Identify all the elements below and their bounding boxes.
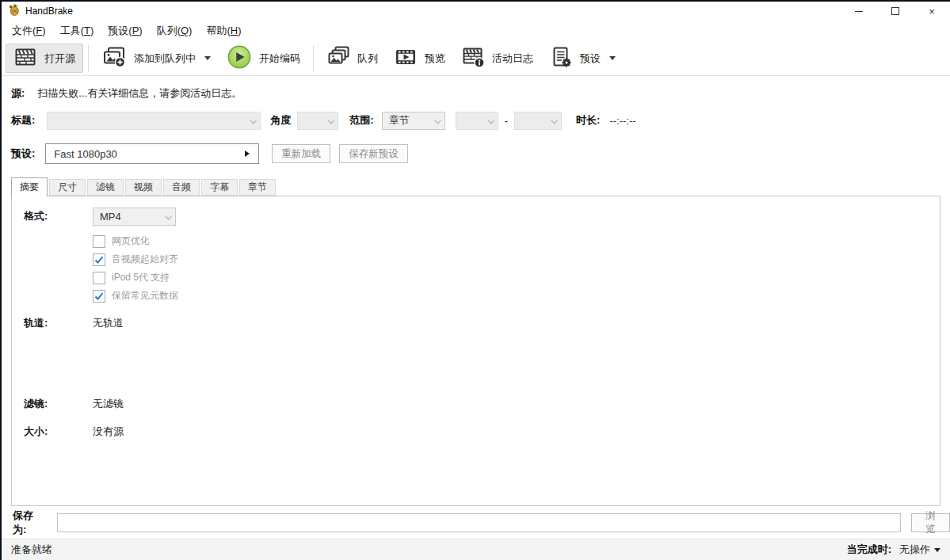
maximize-button[interactable] — [877, 2, 914, 21]
tab-dimensions[interactable]: 尺寸 — [49, 179, 86, 196]
preset-document-gear-icon — [549, 45, 573, 71]
app-logo-icon — [8, 3, 21, 19]
status-text: 准备就绪 — [11, 543, 52, 557]
menu-file[interactable]: 文件(F) — [5, 21, 53, 41]
browse-button[interactable]: 浏览 — [911, 513, 950, 532]
menubar: 文件(F) 工具(T) 预设(P) 队列(Q) 帮助(H) — [2, 21, 950, 41]
range-label: 范围: — [349, 113, 373, 128]
tab-subtitles[interactable]: 字幕 — [201, 179, 238, 196]
menu-presets[interactable]: 预设(P) — [101, 21, 149, 41]
preset-value: Fast 1080p30 — [54, 148, 117, 160]
open-source-button[interactable]: 打开源 — [6, 44, 83, 73]
ipod-support-checkbox-row: iPod 5代 支持 — [93, 269, 940, 287]
minimize-icon — [855, 11, 863, 12]
tab-bar: 摘要 尺寸 滤镜 视频 音频 字幕 章节 — [11, 177, 950, 196]
activity-log-icon — [461, 45, 485, 71]
preview-button[interactable]: 预览 — [386, 44, 453, 73]
tracks-row: 轨道: 无轨道 — [12, 315, 940, 331]
preview-icon — [394, 45, 418, 71]
chevron-right-icon — [245, 150, 250, 157]
summary-panel: 格式: MP4 网页优化 音视频起始对齐 iPod 5代 支持 — [11, 196, 940, 506]
menu-tools[interactable]: 工具(T) — [53, 21, 101, 41]
menu-help[interactable]: 帮助(H) — [199, 21, 248, 41]
range-dash: - — [505, 115, 508, 127]
tab-summary[interactable]: 摘要 — [11, 177, 48, 196]
metadata-checkbox-row: 保留常见元数据 — [93, 287, 940, 305]
chevron-down-icon — [204, 56, 211, 60]
range-type-dropdown[interactable]: 章节 — [382, 112, 445, 130]
web-optimized-checkbox[interactable] — [93, 235, 105, 248]
play-icon — [227, 44, 252, 72]
filters-value: 无滤镜 — [93, 397, 124, 411]
queue-button[interactable]: 队列 — [319, 44, 386, 73]
angle-label: 角度 — [270, 113, 291, 128]
presets-label: 预设 — [580, 51, 601, 66]
size-label: 大小: — [24, 425, 93, 439]
chevron-down-icon — [609, 56, 616, 60]
when-done-dropdown[interactable]: 无操作 — [899, 543, 940, 557]
save-as-label: 保存为: — [13, 509, 47, 537]
source-status-message: 扫描失败...有关详细信息，请参阅活动日志。 — [37, 86, 242, 101]
preset-dropdown[interactable]: Fast 1080p30 — [45, 143, 259, 164]
tab-audio[interactable]: 音频 — [163, 179, 200, 196]
preset-row: 预设: Fast 1080p30 重新加载 保存新预设 — [11, 143, 950, 164]
title-dropdown[interactable] — [47, 112, 261, 130]
add-to-queue-label: 添加到队列中 — [134, 51, 196, 66]
queue-label: 队列 — [357, 51, 378, 66]
when-done-label: 当完成时: — [847, 543, 891, 557]
tab-filters[interactable]: 滤镜 — [87, 179, 124, 196]
metadata-checkbox[interactable] — [93, 290, 105, 303]
chevron-down-icon — [934, 548, 940, 552]
handbrake-window: HandBrake × 文件(F) 工具(T) 预设(P) 队列(Q) 帮助(H… — [0, 0, 950, 560]
activity-log-button[interactable]: 活动日志 — [453, 44, 541, 73]
ipod-support-checkbox[interactable] — [93, 272, 105, 284]
start-encode-label: 开始编码 — [259, 51, 300, 66]
save-as-row: 保存为: 浏览 — [13, 512, 950, 533]
start-encode-button[interactable]: 开始编码 — [219, 44, 308, 73]
add-to-queue-button[interactable]: 添加到队列中 — [93, 44, 219, 73]
minimize-button[interactable] — [841, 2, 877, 21]
close-button[interactable]: × — [914, 2, 950, 21]
size-value: 没有源 — [93, 425, 124, 439]
range-start-dropdown[interactable] — [456, 112, 498, 130]
chevron-down-icon — [551, 117, 557, 124]
open-source-label: 打开源 — [44, 51, 75, 66]
source-row: 源: 扫描失败...有关详细信息，请参阅活动日志。 — [11, 86, 950, 101]
av-align-checkbox-row: 音视频起始对齐 — [93, 250, 940, 269]
clapperboard-icon — [13, 45, 37, 71]
source-label: 源: — [11, 86, 25, 101]
chevron-down-icon — [434, 117, 441, 124]
toolbar-separator — [313, 45, 314, 72]
activity-log-label: 活动日志 — [492, 51, 533, 66]
presets-button[interactable]: 预设 — [541, 44, 624, 73]
save-new-preset-button[interactable]: 保存新预设 — [339, 144, 408, 163]
menu-queue[interactable]: 队列(Q) — [150, 21, 200, 41]
tab-video[interactable]: 视频 — [125, 179, 162, 196]
chevron-down-icon — [165, 213, 171, 219]
filters-row: 滤镜: 无滤镜 — [12, 396, 940, 412]
toolbar-separator — [88, 45, 89, 72]
chevron-down-icon — [487, 117, 494, 124]
when-done-value: 无操作 — [899, 543, 930, 557]
title-label: 标题: — [11, 113, 35, 128]
window-title: HandBrake — [25, 6, 73, 17]
queue-icon — [326, 45, 350, 71]
range-end-dropdown[interactable] — [514, 112, 562, 130]
av-align-checkbox[interactable] — [93, 253, 105, 266]
format-dropdown[interactable]: MP4 — [93, 208, 176, 226]
checkbox-label: 音视频起始对齐 — [112, 253, 178, 266]
close-icon: × — [929, 6, 935, 17]
duration-label: 时长: — [576, 113, 600, 128]
save-as-input[interactable] — [57, 513, 901, 532]
reload-preset-button[interactable]: 重新加载 — [272, 144, 330, 163]
chevron-down-icon — [328, 117, 334, 124]
angle-dropdown[interactable] — [297, 112, 338, 130]
tab-chapters[interactable]: 章节 — [239, 179, 276, 196]
preview-label: 预览 — [425, 51, 445, 66]
size-row: 大小: 没有源 — [12, 424, 940, 440]
checkbox-label: iPod 5代 支持 — [112, 271, 170, 284]
format-label: 格式: — [24, 209, 93, 223]
filters-label: 滤镜: — [24, 397, 93, 411]
add-to-queue-icon — [101, 45, 127, 71]
format-row: 格式: MP4 — [12, 207, 940, 226]
